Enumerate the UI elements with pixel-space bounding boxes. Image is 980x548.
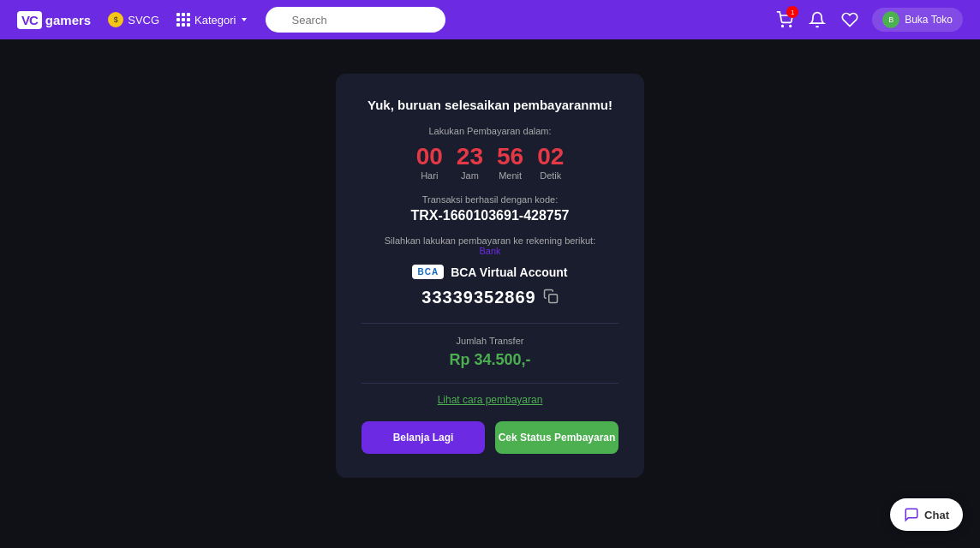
trx-label: Transaksi berhasil dengan kode: [422,194,559,205]
timer-detik-value: 02 [537,145,564,169]
logo-gamers: gamers [45,13,91,27]
bank-name: BCA Virtual Account [451,265,567,279]
btn-row: Belanja Lagi Cek Status Pembayaran [362,421,618,454]
belanja-lagi-button[interactable]: Belanja Lagi [362,421,485,454]
bell-icon [809,11,826,28]
timer-jam: 23 Jam [457,145,483,181]
bank-sub-label: Bank [479,246,500,256]
timer-detik: 02 Detik [537,145,564,181]
chat-icon [904,507,919,522]
cek-status-button[interactable]: Cek Status Pembayaran [495,421,618,454]
main-content: Yuk, buruan selesaikan pembayaranmu! Lak… [0,39,980,478]
timer-hari: 00 Hari [416,145,443,181]
cart-button[interactable]: 1 [774,9,795,30]
timer-row: 00 Hari 23 Jam 56 Menit 02 Detik [416,145,565,181]
wishlist-button[interactable] [840,9,860,30]
timer-label: Lakukan Pembayaran dalam: [428,126,551,136]
timer-hari-value: 00 [416,145,443,169]
notification-button[interactable] [807,9,828,30]
buka-toko-button[interactable]: B Buka Toko [872,8,963,32]
svg-point-3 [790,26,792,27]
svg-rect-4 [548,294,557,302]
navbar: VC gamers $ SVCG Kategori 1 [0,0,980,39]
chat-button[interactable]: Chat [890,498,963,531]
timer-jam-value: 23 [457,145,483,169]
chat-label: Chat [924,509,949,521]
timer-jam-label: Jam [461,170,479,181]
nav-kategori[interactable]: Kategori [176,13,248,27]
store-avatar: B [882,11,899,28]
timer-hari-label: Hari [421,170,438,181]
buka-toko-label: Buka Toko [905,14,953,26]
search-wrapper [266,7,503,33]
grid-icon [176,13,190,27]
copy-icon[interactable] [543,289,559,307]
nav-icons: 1 B Buka Toko [774,8,963,32]
bank-row: BCA BCA Virtual Account [412,265,567,279]
search-input[interactable] [266,7,445,33]
divider-2 [362,383,618,384]
card-title: Yuk, buruan selesaikan pembayaranmu! [368,98,612,112]
nav-coin[interactable]: $ SVCG [108,12,159,27]
cara-pembayaran-link[interactable]: Lihat cara pembayaran [438,394,543,406]
cart-badge: 1 [786,6,798,18]
timer-menit-label: Menit [499,170,522,181]
bca-logo: BCA [412,265,444,279]
logo[interactable]: VC gamers [17,11,91,29]
payment-card: Yuk, buruan selesaikan pembayaranmu! Lak… [336,74,644,478]
transfer-label: Jumlah Transfer [457,336,524,346]
trx-code: TRX-1660103691-428757 [410,208,569,223]
coin-icon: $ [108,12,123,27]
svg-point-2 [782,26,784,27]
transfer-amount: Rp 34.500,- [449,351,530,369]
timer-menit: 56 Menit [497,145,523,181]
account-row: 33339352869 [421,288,558,307]
timer-detik-label: Detik [540,170,561,181]
bank-instruction: Silahkan lakukan pembayaran ke rekening … [385,235,595,246]
timer-menit-value: 56 [497,145,523,169]
account-number: 33339352869 [421,288,535,307]
logo-vc: VC [17,11,42,29]
kategori-label: Kategori [194,14,236,27]
divider-1 [362,323,618,324]
coin-label: SVCG [128,14,159,27]
chevron-down-icon [240,15,248,24]
heart-icon [841,11,858,28]
